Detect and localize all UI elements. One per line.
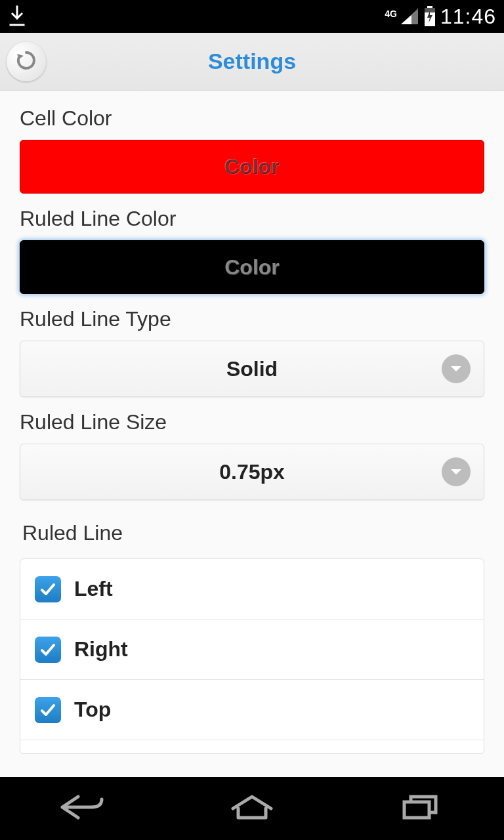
undo-icon [14,49,38,75]
ruled-line-color-button[interactable]: Color [20,240,484,294]
ruled-line-left-row[interactable]: Left [20,559,484,620]
android-nav-bar [0,777,504,840]
color-button-text: Color [224,255,280,280]
status-bar: 4G 11:46 [0,0,504,33]
download-icon [8,5,26,28]
nav-back-button[interactable] [51,789,117,828]
dropdown-value: 0.75px [219,460,285,484]
battery-icon [423,6,436,27]
checkbox-checked[interactable] [35,637,61,663]
network-4g-label: 4G [385,9,397,19]
cell-color-label: Cell Color [20,106,484,131]
ruled-line-type-label: Ruled Line Type [20,307,484,331]
ruled-line-type-select[interactable]: Solid [20,341,484,397]
check-label: Top [74,698,111,722]
check-icon [39,702,56,719]
ruled-line-top-row[interactable]: Top [20,680,484,740]
svg-rect-3 [404,802,429,818]
signal-icon [400,7,419,26]
ruled-line-checklist: Left Right Top [20,558,484,754]
ruled-line-size-select[interactable]: 0.75px [20,444,484,500]
svg-rect-0 [427,6,432,8]
list-item[interactable] [20,740,484,753]
check-icon [39,641,56,658]
check-label: Left [74,577,113,601]
nav-home-button[interactable] [219,789,285,828]
app-header: Settings [0,33,504,91]
back-icon [58,793,110,824]
back-button[interactable] [7,42,46,81]
checkbox-checked[interactable] [35,697,61,723]
ruled-line-group-label: Ruled Line [22,521,484,545]
nav-recent-button[interactable] [387,789,453,828]
ruled-line-size-label: Ruled Line Size [20,410,484,434]
ruled-line-color-label: Ruled Line Color [20,207,484,231]
recent-apps-icon [400,793,440,824]
check-icon [39,581,56,598]
home-icon [229,793,275,824]
checkbox-checked[interactable] [35,576,61,602]
color-button-text: Color [224,155,280,179]
settings-content: Cell Color Color Ruled Line Color Color … [0,91,504,754]
page-title: Settings [208,49,296,74]
chevron-down-icon [442,457,471,486]
status-time: 11:46 [440,5,496,29]
chevron-down-icon [442,354,471,383]
cell-color-button[interactable]: Color [20,140,484,194]
dropdown-value: Solid [226,357,278,381]
check-label: Right [74,637,128,662]
ruled-line-right-row[interactable]: Right [20,620,484,680]
